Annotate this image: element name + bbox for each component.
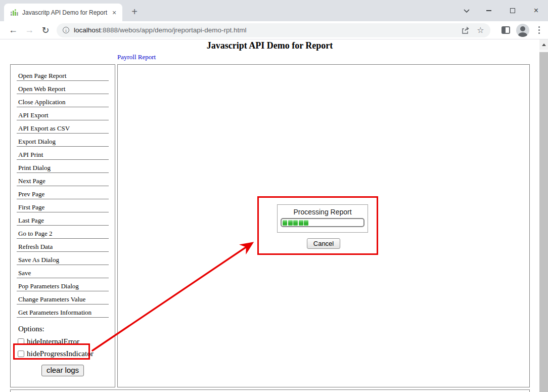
sidebar-link-label[interactable]: API Print	[18, 151, 43, 158]
sidebar-item-prev-page[interactable]: Prev Page	[17, 186, 109, 199]
address-bar[interactable]: i localhost:8888/webos/app/demo/jreporta…	[57, 23, 490, 37]
processing-dialog-title: Processing Report	[278, 208, 368, 216]
sidebar-link-label[interactable]: Open Page Report	[18, 72, 66, 79]
sidebar-link-label[interactable]: Export Dialog	[18, 138, 56, 145]
progress-segment	[293, 220, 298, 226]
browser-tab[interactable]: Javascritp API Demo for Report ×	[4, 4, 122, 21]
bookmark-star-icon[interactable]: ☆	[477, 25, 484, 35]
tab-search-chevron-icon[interactable]	[456, 0, 477, 21]
sidebar-item-close-application[interactable]: Close Application	[17, 94, 109, 107]
sidebar-links: Open Page ReportOpen Web ReportClose App…	[17, 68, 109, 318]
clear-logs-button[interactable]: clear logs	[41, 365, 84, 376]
side-panel-icon[interactable]	[501, 26, 510, 34]
sidebar-link-label[interactable]: Print Dialog	[18, 164, 51, 171]
sidebar-item-api-print[interactable]: API Print	[17, 147, 109, 160]
sidebar-link-label[interactable]: Change Parameters Value	[18, 295, 85, 303]
sidebar-item-go-to-page-2[interactable]: Go to Page 2	[17, 226, 109, 239]
sidebar-link-label[interactable]: Close Application	[18, 98, 66, 106]
checkbox-label: hideInternalError	[27, 337, 79, 346]
options-label: Options:	[18, 325, 109, 333]
sidebar-item-refresh-data[interactable]: Refresh Data	[17, 239, 109, 252]
sidebar-link-label[interactable]: Open Web Report	[18, 85, 65, 93]
page-scrollbar[interactable]	[539, 39, 548, 392]
window-minimize-button[interactable]	[477, 0, 500, 21]
sidebar-link-label[interactable]: Refresh Data	[18, 243, 53, 250]
sidebar-link-label[interactable]: API Export as CSV	[18, 124, 70, 132]
sidebar-link-label[interactable]: Save	[18, 269, 31, 277]
url-path: :8888/webos/app/demo/jreportapi-demo-rpt…	[101, 26, 246, 34]
sidebar-item-save[interactable]: Save	[17, 265, 109, 278]
checkbox-row-hideInternalError[interactable]: hideInternalError	[18, 337, 109, 345]
forward-icon: →	[21, 25, 37, 35]
sidebar-item-open-web-report[interactable]: Open Web Report	[17, 81, 109, 94]
sidebar-item-get-parameters-information[interactable]: Get Parameters Information	[17, 304, 109, 318]
sidebar-link-label[interactable]: First Page	[18, 203, 44, 211]
sidebar-link-label[interactable]: Pop Parameters Dialog	[18, 282, 79, 290]
profile-avatar[interactable]	[516, 24, 529, 37]
payroll-report-link[interactable]: Payroll Report	[117, 53, 156, 61]
window-maximize-button[interactable]	[500, 0, 524, 21]
progress-segment	[299, 220, 303, 226]
sidebar-item-pop-parameters-dialog[interactable]: Pop Parameters Dialog	[17, 278, 109, 291]
tab-title: Javascritp API Demo for Report	[22, 9, 110, 16]
tab-strip: Javascritp API Demo for Report × + ×	[0, 0, 548, 21]
cancel-button[interactable]: Cancel	[307, 238, 340, 249]
back-icon[interactable]: ←	[5, 25, 21, 35]
url-domain: localhost	[74, 26, 101, 34]
sidebar: Open Page ReportOpen Web ReportClose App…	[10, 64, 115, 387]
sidebar-item-save-as-dialog[interactable]: Save As Dialog	[17, 252, 109, 265]
site-info-icon[interactable]: i	[63, 27, 69, 33]
hideProgressIndicator-checkbox[interactable]	[18, 351, 24, 357]
log-area	[10, 389, 530, 392]
sidebar-link-label[interactable]: Last Page	[18, 216, 44, 224]
processing-dialog: Processing Report	[277, 204, 368, 233]
sidebar-link-label[interactable]: Get Parameters Information	[18, 309, 92, 316]
options-checkboxes: hideInternalErrorhideProgressIndicator	[17, 337, 109, 358]
browser-menu-icon[interactable]	[535, 24, 543, 36]
hideInternalError-checkbox[interactable]	[18, 338, 24, 345]
sidebar-item-api-export-as-csv[interactable]: API Export as CSV	[17, 120, 109, 134]
browser-window: Javascritp API Demo for Report × + × ← →…	[0, 0, 548, 392]
new-tab-button[interactable]: +	[127, 5, 142, 19]
sidebar-item-next-page[interactable]: Next Page	[17, 173, 109, 186]
url-text[interactable]: localhost:8888/webos/app/demo/jreportapi…	[74, 26, 454, 34]
tab-favicon bar-chart-icon	[10, 9, 18, 17]
checkbox-label: hideProgressIndicator	[27, 350, 94, 358]
scroll-up-arrow-icon[interactable]	[539, 39, 548, 50]
tab-close-icon[interactable]: ×	[110, 9, 118, 17]
progress-segments	[283, 220, 308, 226]
browser-toolbar: ← → ↻ i localhost:8888/webos/app/demo/jr…	[0, 21, 548, 39]
sidebar-item-open-page-report[interactable]: Open Page Report	[17, 68, 109, 81]
sidebar-item-api-export[interactable]: API Export	[17, 107, 109, 120]
progress-segment	[288, 220, 293, 226]
progress-bar	[281, 218, 364, 227]
share-icon[interactable]	[461, 26, 470, 34]
progress-segment	[304, 220, 308, 226]
sidebar-item-last-page[interactable]: Last Page	[17, 212, 109, 226]
scrollbar-thumb[interactable]	[539, 52, 548, 392]
sidebar-item-print-dialog[interactable]: Print Dialog	[17, 160, 109, 173]
progress-segment	[283, 220, 287, 226]
sidebar-link-label[interactable]: Save As Dialog	[18, 256, 59, 264]
sidebar-item-change-parameters-value[interactable]: Change Parameters Value	[17, 291, 109, 304]
checkbox-row-hideProgressIndicator[interactable]: hideProgressIndicator	[18, 350, 109, 358]
reload-icon[interactable]: ↻	[37, 25, 54, 36]
sidebar-item-first-page[interactable]: First Page	[17, 199, 109, 212]
sidebar-item-export-dialog[interactable]: Export Dialog	[17, 134, 109, 147]
sidebar-link-label[interactable]: Prev Page	[18, 190, 44, 198]
page-title: Javascript API Demo for Report	[0, 40, 539, 51]
sidebar-link-label[interactable]: Go to Page 2	[18, 230, 53, 237]
sidebar-link-label[interactable]: Next Page	[18, 177, 45, 185]
page-content: Javascript API Demo for Report Payroll R…	[0, 39, 539, 392]
window-close-button[interactable]: ×	[524, 0, 548, 21]
sidebar-link-label[interactable]: API Export	[18, 111, 49, 119]
